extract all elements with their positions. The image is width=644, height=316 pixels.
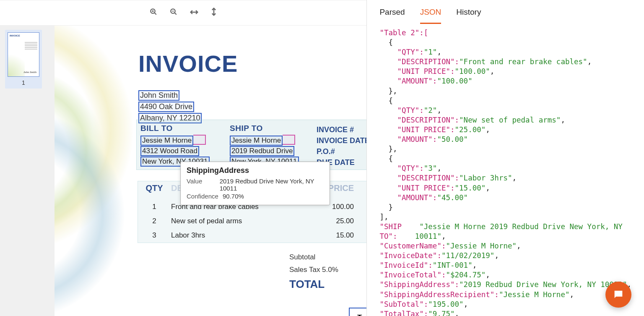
bill-to-label: BILL TO xyxy=(140,124,224,133)
page-thumbnail-1[interactable]: John Smith 1 xyxy=(5,30,42,89)
table-row: 2 New set of pedal arms 25.00 50.00 xyxy=(138,217,366,225)
json-output[interactable]: "Table 2":[ { "QTY":"1", "DESCRIPTION":"… xyxy=(367,24,644,316)
total-label: TOTAL xyxy=(289,278,325,291)
ship-to-line1[interactable]: 2019 Redbud Drive xyxy=(230,146,294,156)
invoice-date-label: INVOICE DATE xyxy=(317,136,366,145)
vendor-block: John Smith 4490 Oak Drive Albany, NY 122… xyxy=(138,89,202,124)
ship-to-label: SHIP TO xyxy=(230,124,314,133)
po-label: P.O.# xyxy=(317,147,335,156)
bill-to-line1[interactable]: 4312 Wood Road xyxy=(140,146,199,156)
vendor-name[interactable]: John Smith xyxy=(138,90,179,101)
tooltip-confidence: 90.70% xyxy=(223,193,244,200)
svg-line-1 xyxy=(154,13,156,15)
col-amount: AMOUNT xyxy=(354,183,366,193)
results-tabs: Parsed JSON History xyxy=(367,0,644,24)
bill-to-name[interactable]: Jessie M Horne xyxy=(140,136,193,146)
thumbnail-page-number: 1 xyxy=(8,79,39,86)
svg-line-5 xyxy=(174,13,177,15)
col-qty: QTY xyxy=(138,183,171,193)
document-canvas[interactable]: INVOICE John Smith 4490 Oak Drive Albany… xyxy=(55,26,366,316)
tax-label: Sales Tax 5.0% xyxy=(289,266,338,274)
pdf-toolbar xyxy=(0,0,366,26)
subtotal-label: Subtotal xyxy=(289,253,315,261)
tooltip-value: 2019 Redbud Drive New York, NY 10011 xyxy=(220,178,324,192)
fit-height-icon[interactable] xyxy=(211,8,217,18)
thumbnail-strip: John Smith 1 xyxy=(0,26,55,316)
signature-field[interactable]: John Smith xyxy=(349,308,366,316)
tab-history[interactable]: History xyxy=(456,8,481,24)
ship-to-name[interactable]: Jessie M Horne xyxy=(230,136,283,146)
zoom-out-icon[interactable] xyxy=(170,8,177,18)
invoice-title: INVOICE xyxy=(138,50,238,77)
table-row: 3 Labor 3hrs 15.00 45.00 xyxy=(138,231,366,240)
vendor-address-line1[interactable]: 4490 Oak Drive xyxy=(138,102,194,112)
field-tooltip: ShippingAddress Value2019 Redbud Drive N… xyxy=(180,162,330,205)
tab-parsed[interactable]: Parsed xyxy=(379,8,405,24)
tooltip-title: ShippingAddress xyxy=(187,166,324,175)
tab-json[interactable]: JSON xyxy=(420,8,441,24)
zoom-in-icon[interactable] xyxy=(150,8,157,18)
fit-width-icon[interactable] xyxy=(190,8,198,17)
invoice-no-label: INVOICE # xyxy=(317,125,354,134)
chat-icon xyxy=(613,289,624,300)
chat-fab[interactable] xyxy=(605,282,631,308)
